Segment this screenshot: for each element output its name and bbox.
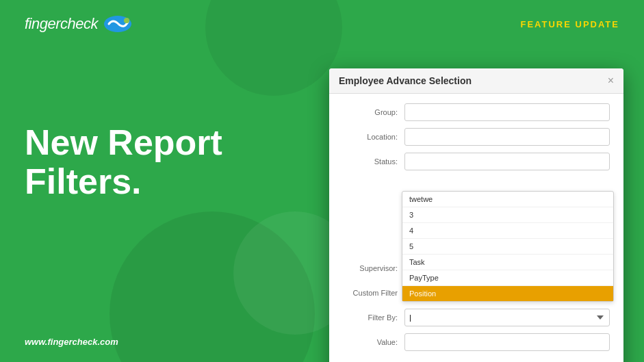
filter-by-row: Filter By: | — [343, 309, 610, 326]
svg-point-1 — [124, 18, 129, 23]
group-row: Group: — [343, 103, 610, 121]
header: fingercheck FEATURE UPDATE — [0, 15, 644, 33]
dropdown-item-task[interactable]: Task — [402, 255, 613, 270]
location-row: Location: — [343, 128, 610, 146]
location-input[interactable] — [404, 128, 610, 146]
feature-update-label: FEATURE UPDATE — [520, 19, 619, 29]
dropdown-item-paytype[interactable]: PayType — [402, 270, 613, 286]
supervisor-label: Supervisor: — [343, 264, 404, 272]
modal-title: Employee Advance Selection — [339, 75, 472, 86]
group-label: Group: — [343, 108, 404, 116]
dropdown-overlay: twetwe 3 4 5 Task PayType Position — [402, 191, 614, 302]
bg-decoration-2 — [205, 0, 342, 96]
location-label: Location: — [343, 133, 404, 141]
dropdown-item-4[interactable]: 4 — [402, 223, 613, 239]
custom-filter-label: Custom Filter — [343, 289, 404, 297]
status-label: Status: — [343, 157, 404, 166]
logo-text: fingercheck — [25, 15, 98, 33]
modal-dialog: Employee Advance Selection × Group: Loca… — [329, 68, 623, 362]
filter-by-select[interactable]: | — [404, 309, 610, 326]
status-row: Status: — [343, 153, 610, 170]
filter-by-label: Filter By: — [343, 313, 404, 322]
value-input[interactable] — [404, 333, 610, 351]
headline-line2: Filters. — [25, 162, 222, 201]
modal-body: Group: Location: Status: twetwe 3 4 5 Ta… — [329, 94, 623, 362]
headline-line1: New Report — [25, 123, 222, 162]
dropdown-item-position[interactable]: Position — [402, 286, 613, 301]
logo-icon — [103, 15, 132, 33]
status-input[interactable] — [404, 153, 610, 170]
headline: New Report Filters. — [25, 123, 222, 201]
dropdown-item-5[interactable]: 5 — [402, 239, 613, 255]
group-input[interactable] — [404, 103, 610, 121]
modal-close-button[interactable]: × — [608, 75, 614, 86]
logo: fingercheck — [25, 15, 132, 33]
footer-url: www.fingercheck.com — [25, 337, 118, 347]
value-label: Value: — [343, 338, 404, 346]
dropdown-item-3[interactable]: 3 — [402, 207, 613, 223]
value-row: Value: — [343, 333, 610, 351]
dropdown-item-twetwe[interactable]: twetwe — [402, 192, 613, 207]
modal-header: Employee Advance Selection × — [329, 68, 623, 94]
